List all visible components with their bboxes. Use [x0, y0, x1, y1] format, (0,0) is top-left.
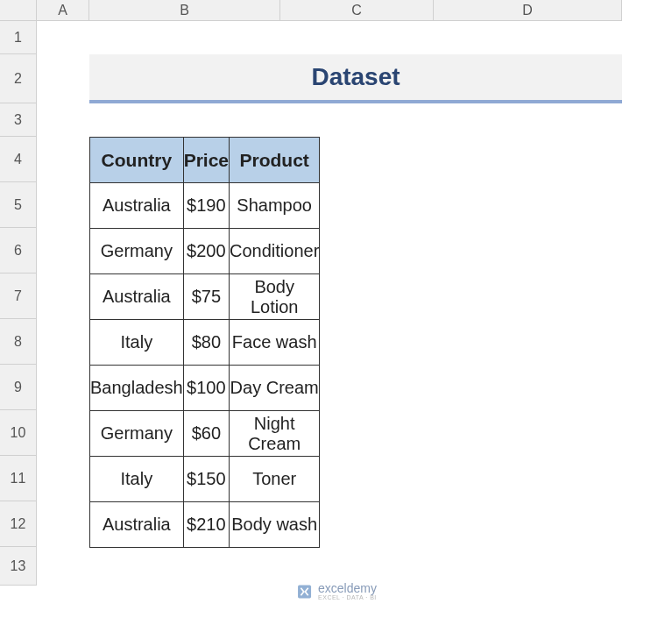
cell-country[interactable]: Germany	[90, 411, 184, 457]
cell-country[interactable]: Australia	[90, 183, 184, 229]
header-price[interactable]: Price	[183, 138, 229, 183]
table-header-row: Country Price Product	[90, 138, 320, 183]
row-header-7[interactable]: 7	[0, 273, 37, 319]
column-header-c[interactable]: C	[280, 0, 434, 21]
cell-country[interactable]: Germany	[90, 229, 184, 274]
row-header-3[interactable]: 3	[0, 103, 37, 137]
table-row: Bangladesh $100 Day Cream	[90, 366, 320, 411]
exceldemy-logo-icon	[295, 583, 313, 600]
cell-country[interactable]: Italy	[90, 457, 184, 502]
row-header-2[interactable]: 2	[0, 54, 37, 103]
cell-country[interactable]: Bangladesh	[90, 366, 184, 411]
row-header-13[interactable]: 13	[0, 547, 37, 586]
cell-product[interactable]: Day Cream	[230, 366, 320, 411]
cell-country[interactable]: Australia	[90, 274, 184, 320]
table-row: Italy $80 Face wash	[90, 320, 320, 366]
cell-price[interactable]: $200	[183, 229, 229, 274]
row-header-8[interactable]: 8	[0, 319, 37, 365]
row-header-1[interactable]: 1	[0, 21, 37, 54]
cell-price[interactable]: $100	[183, 366, 229, 411]
cell-price[interactable]: $190	[183, 183, 229, 229]
table-row: Italy $150 Toner	[90, 457, 320, 502]
cell-price[interactable]: $210	[183, 502, 229, 548]
row-header-11[interactable]: 11	[0, 456, 37, 501]
row-header-10[interactable]: 10	[0, 410, 37, 456]
cell-product[interactable]: Body Lotion	[230, 274, 320, 320]
cell-product[interactable]: Body wash	[230, 502, 320, 548]
table-row: Australia $210 Body wash	[90, 502, 320, 548]
watermark-text: exceldemy EXCEL · DATA · BI	[318, 582, 377, 600]
watermark-brand: exceldemy	[318, 582, 377, 594]
cell-price[interactable]: $60	[183, 411, 229, 457]
cell-product[interactable]: Conditioner	[230, 229, 320, 274]
cell-price[interactable]: $150	[183, 457, 229, 502]
cell-price[interactable]: $80	[183, 320, 229, 366]
row-header-9[interactable]: 9	[0, 365, 37, 410]
table-row: Australia $190 Shampoo	[90, 183, 320, 229]
row-header-4[interactable]: 4	[0, 137, 37, 182]
header-country[interactable]: Country	[90, 138, 184, 183]
spreadsheet-container: A B C D 1 2 3 4 5 6 7 8 9 10 11 12 13 Da…	[0, 0, 672, 625]
column-header-b[interactable]: B	[89, 0, 280, 21]
cell-product[interactable]: Toner	[230, 457, 320, 502]
row-header-5[interactable]: 5	[0, 182, 37, 228]
column-header-a[interactable]: A	[37, 0, 89, 21]
cell-country[interactable]: Australia	[90, 502, 184, 548]
cell-product[interactable]: Face wash	[230, 320, 320, 366]
row-header-6[interactable]: 6	[0, 228, 37, 273]
table-row: Germany $60 Night Cream	[90, 411, 320, 457]
header-product[interactable]: Product	[230, 138, 320, 183]
cell-country[interactable]: Italy	[90, 320, 184, 366]
cell-product[interactable]: Night Cream	[230, 411, 320, 457]
column-headers: A B C D	[37, 0, 622, 21]
watermark: exceldemy EXCEL · DATA · BI	[295, 582, 377, 600]
select-all-corner[interactable]	[0, 0, 37, 21]
cell-product[interactable]: Shampoo	[230, 183, 320, 229]
watermark-tagline: EXCEL · DATA · BI	[318, 594, 377, 600]
row-headers: 1 2 3 4 5 6 7 8 9 10 11 12 13	[0, 21, 37, 586]
row-header-12[interactable]: 12	[0, 501, 37, 547]
table-row: Australia $75 Body Lotion	[90, 274, 320, 320]
cell-price[interactable]: $75	[183, 274, 229, 320]
table-row: Germany $200 Conditioner	[90, 229, 320, 274]
column-header-d[interactable]: D	[434, 0, 622, 21]
dataset-title[interactable]: Dataset	[89, 54, 622, 103]
data-table: Country Price Product Australia $190 Sha…	[89, 137, 320, 548]
